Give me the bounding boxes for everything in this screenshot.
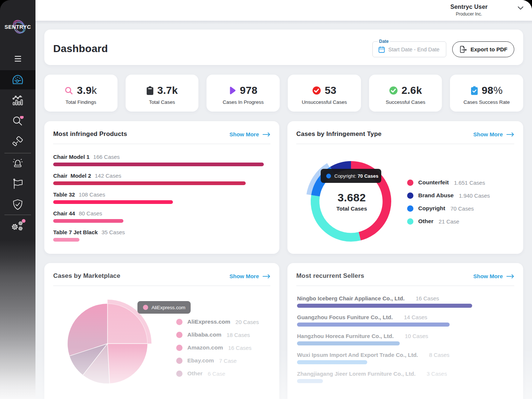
svg-text:SENTRYC: SENTRYC [4, 24, 31, 30]
